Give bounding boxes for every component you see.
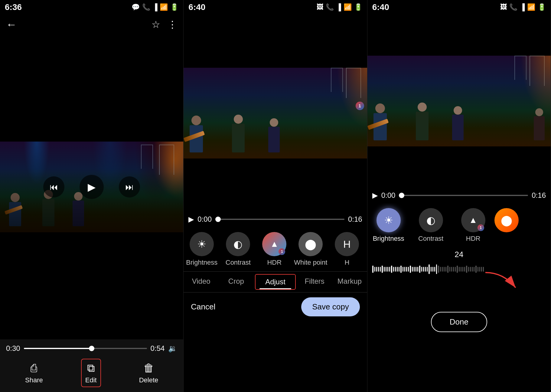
timeline-bar-3[interactable] [399, 195, 528, 196]
extra-circle-3: ⬤ [494, 208, 519, 232]
tools-row-2: ☀ Brightness ◐ Contrast ▲ 1 HDR ⬤ White … [184, 227, 367, 271]
hdr-badge-2: 1 [279, 248, 285, 255]
fig-body-3-4 [534, 116, 545, 140]
slider-section-3: 24 [367, 247, 551, 283]
tool-contrast-2[interactable]: ◐ Contrast [220, 232, 256, 266]
tabs-row-2: Video Crop Adjust Filters Markup [184, 271, 367, 292]
tab-video-label-2: Video [192, 277, 210, 285]
bottom-toolbar-1: 0:30 0:54 🔉 ⎙ Share ⧉ Edit 🗑 Delete [0, 339, 183, 392]
tab-crop-2[interactable]: Crop [219, 272, 254, 292]
brightness-label-3: Brightness [373, 235, 404, 243]
play-icon-3[interactable]: ▶ [372, 191, 378, 200]
cancel-button-2[interactable]: Cancel [191, 302, 215, 312]
tool-extra-2[interactable]: H H [329, 232, 365, 266]
play-button[interactable]: ▶ [80, 175, 104, 199]
more-options-button[interactable]: ⋮ [168, 19, 177, 30]
tab-crop-label-2: Crop [228, 277, 244, 285]
tab-filters-label-2: Filters [305, 277, 324, 285]
tool-hdr-2[interactable]: ▲ 1 HDR [256, 232, 292, 266]
phone-icon: 📞 [142, 3, 150, 11]
signal-icon-2: ▐ [336, 3, 341, 11]
fig-body-3-2 [416, 112, 429, 140]
signal-icon: ▐ [153, 3, 158, 11]
delete-icon: 🗑 [143, 362, 154, 374]
brightness-circle-3: ☀ [377, 208, 401, 232]
concert-video-1: ⏮ ▶ ⏭ [0, 34, 183, 339]
tool-brightness-2[interactable]: ☀ Brightness [184, 232, 220, 266]
edit-button[interactable]: ⧉ Edit [81, 359, 101, 387]
body-3 [73, 201, 84, 226]
red-arrow [479, 270, 522, 295]
edit-label: Edit [85, 376, 97, 384]
share-label: Share [25, 376, 43, 384]
forward-button[interactable]: ⏭ [119, 176, 140, 198]
status-bar-2: 6:40 🖼 📞 ▐ 📶 🔋 [184, 0, 367, 15]
fig-head-2-1 [191, 116, 201, 125]
favorite-button[interactable]: ☆ [152, 19, 160, 30]
tab-adjust-label-2: Adjust [265, 278, 285, 286]
edit-icon: ⧉ [87, 362, 95, 374]
whitepoint-label-2: White point [294, 259, 327, 266]
status-icons-1: 💬 📞 ▐ 📶 🔋 [132, 3, 179, 11]
fig-3-2 [416, 103, 429, 140]
time-end-2: 0:16 [348, 215, 362, 224]
timeline-bar-2[interactable] [215, 219, 344, 220]
time-start-1: 0:30 [6, 344, 20, 353]
contrast-label-2: Contrast [226, 259, 251, 266]
concert-image-2: 1 [184, 68, 367, 158]
timeline-3: ▶ 0:00 0:16 [367, 188, 551, 203]
fig-body-2-1 [190, 125, 203, 152]
tool-whitepoint-2[interactable]: ⬤ White point [292, 232, 329, 266]
wifi-icon-2: 📶 [344, 3, 352, 11]
contrast-label-3: Contrast [418, 235, 443, 243]
progress-bar-1[interactable] [24, 348, 147, 349]
tool-hdr-3[interactable]: ▲ 1 HDR [452, 208, 494, 243]
fig-body-2-2 [232, 124, 245, 152]
play-icon-2[interactable]: ▶ [188, 215, 194, 224]
save-copy-button-2[interactable]: Save copy [301, 297, 360, 316]
panel-1: 6:36 💬 📞 ▐ 📶 🔋 ← ☆ ⋮ [0, 0, 184, 392]
time-current-3: 0:00 [381, 191, 396, 200]
tools-row-3: ☀ Brightness ◐ Contrast ▲ 1 HDR ⬤ [367, 203, 551, 247]
slider-value-3: 24 [372, 250, 546, 259]
delete-button[interactable]: 🗑 Delete [139, 362, 158, 384]
volume-icon[interactable]: 🔉 [168, 344, 177, 353]
head-1 [11, 193, 20, 202]
below-video-3 [367, 146, 551, 188]
tab-filters-2[interactable]: Filters [297, 272, 332, 292]
photo-icon-3: 🖼 [500, 3, 507, 11]
slider-container-3 [372, 262, 546, 277]
video-area-1: ⏮ ▶ ⏭ [0, 34, 183, 339]
hdr-icon-2: ▲ 1 [262, 232, 286, 256]
fig-3-3 [452, 106, 464, 140]
status-icons-3: 🖼 📞 ▐ 📶 🔋 [500, 3, 546, 11]
tool-extra-3[interactable]: ⬤ [494, 208, 519, 243]
stage-light-3 [520, 56, 551, 116]
tab-adjust-2[interactable]: Adjust [255, 274, 296, 290]
tab-markup-2[interactable]: Markup [332, 272, 367, 292]
hdr-circle-3: ▲ 1 [461, 208, 485, 232]
tool-brightness-3[interactable]: ☀ Brightness [367, 208, 410, 243]
back-button[interactable]: ← [6, 18, 17, 31]
tool-contrast-3[interactable]: ◐ Contrast [410, 208, 452, 243]
hdr-label-2: HDR [267, 259, 282, 266]
fig-body-3-1 [373, 113, 387, 140]
signal-icon-3: ▐ [520, 3, 525, 11]
battery-icon-2: 🔋 [354, 3, 362, 11]
guitar-2-1 [184, 131, 205, 142]
share-icon: ⎙ [31, 362, 37, 374]
guitar-3-1 [367, 119, 389, 130]
guitar-1 [5, 205, 23, 215]
done-button-3[interactable]: Done [431, 312, 487, 332]
rewind-button[interactable]: ⏮ [43, 176, 64, 198]
wifi-icon: 📶 [160, 3, 168, 11]
share-button[interactable]: ⎙ Share [25, 362, 43, 384]
truss-mid [141, 145, 153, 169]
time-end-3: 0:16 [532, 191, 546, 200]
status-time-2: 6:40 [188, 2, 205, 12]
brightness-label-2: Brightness [186, 259, 217, 266]
tab-video-2[interactable]: Video [184, 272, 219, 292]
status-icons-2: 🖼 📞 ▐ 📶 🔋 [317, 3, 362, 11]
progress-fill-1 [24, 348, 92, 349]
contrast-circle-3: ◐ [419, 208, 443, 232]
